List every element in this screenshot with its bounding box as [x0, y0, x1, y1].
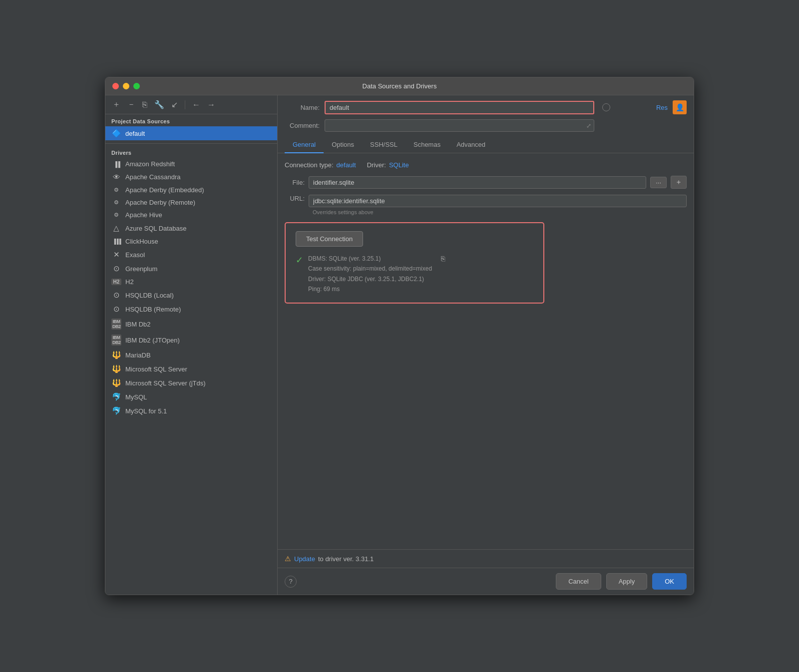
close-button[interactable] [112, 83, 119, 89]
driver-icon: ▐▐ [111, 161, 121, 167]
driver-item-amazon-redshift[interactable]: ▐▐ Amazon Redshift [105, 158, 277, 170]
driver-label: MySQL [125, 393, 147, 401]
import-button[interactable]: ↙ [169, 99, 180, 110]
driver-item-greenplum[interactable]: ⊙ Greenplum [105, 262, 277, 276]
test-case: Case sensitivity: plain=mixed, delimited… [308, 264, 432, 274]
driver-label: MariaDB [125, 351, 151, 359]
left-toolbar: ＋ － ⎘ 🔧 ↙ ← → [105, 95, 277, 114]
driver-item-azure-sql[interactable]: △ Azure SQL Database [105, 221, 277, 235]
url-input[interactable] [309, 195, 687, 207]
update-row: ⚠ Update to driver ver. 3.31.1 [278, 549, 694, 568]
update-link[interactable]: Update [294, 555, 315, 563]
driver-icon: 🔱 [111, 364, 121, 373]
remove-button[interactable]: － [125, 98, 137, 111]
test-connection-button[interactable]: Test Connection [296, 231, 363, 247]
driver-label: Apache Derby (Embedded) [125, 186, 204, 194]
minimize-button[interactable] [123, 83, 129, 89]
driver-value[interactable]: SQLite [389, 161, 409, 169]
left-scroll-area: Project Data Sources 🔷 default Drivers ▐… [105, 114, 277, 595]
datasource-item-default[interactable]: 🔷 default [105, 126, 277, 140]
ok-button[interactable]: OK [652, 573, 687, 590]
driver-item-h2[interactable]: H2 H2 [105, 276, 277, 288]
driver-icon: 🐬 [111, 392, 121, 401]
test-info: DBMS: SQLite (ver. 3.25.1) Case sensitiv… [308, 254, 432, 295]
forward-button[interactable]: → [205, 99, 217, 110]
driver-label: HSQLDB (Remote) [125, 306, 181, 313]
right-panel: Name: Res 👤 Comment: ⤢ General Options S… [278, 95, 694, 595]
driver-label: Exasol [125, 251, 145, 259]
name-label: Name: [285, 104, 320, 111]
url-label: URL: [285, 195, 305, 202]
driver-icon: H2 [111, 279, 121, 285]
tab-schemas[interactable]: Schemas [405, 137, 448, 153]
driver-item-ms-sql-server[interactable]: 🔱 Microsoft SQL Server [105, 362, 277, 376]
left-divider [105, 143, 277, 144]
driver-icon: IBMDB2 [111, 335, 121, 345]
driver-item-apache-derby-remote[interactable]: ⚙ Apache Derby (Remote) [105, 196, 277, 209]
driver-icon: ⚙ [111, 212, 121, 218]
driver-icon: ⊙ [111, 264, 121, 273]
driver-icon: IBMDB2 [111, 319, 121, 330]
tab-options[interactable]: Options [324, 137, 362, 153]
tabs-bar: General Options SSH/SSL Schemas Advanced [278, 137, 694, 153]
override-hint: Overrides settings above [313, 209, 687, 215]
comment-row: Comment: ⤢ [278, 117, 694, 137]
file-input[interactable] [309, 176, 646, 189]
driver-item-ibm-db2-jtopen[interactable]: IBMDB2 IBM Db2 (JTOpen) [105, 332, 277, 348]
cancel-button[interactable]: Cancel [556, 573, 601, 590]
file-add-button[interactable]: ＋ [671, 176, 687, 189]
drivers-label: Drivers [105, 147, 277, 158]
maximize-button[interactable] [133, 83, 140, 89]
name-input[interactable] [325, 101, 594, 114]
apply-button[interactable]: Apply [606, 573, 648, 590]
name-status-indicator [602, 103, 610, 111]
driver-item-apache-hive[interactable]: ⚙ Apache Hive [105, 209, 277, 221]
driver-item-ibm-db2[interactable]: IBMDB2 IBM Db2 [105, 316, 277, 332]
driver-icon: △ [111, 224, 121, 233]
driver-item-ms-sql-jtds[interactable]: 🔱 Microsoft SQL Server (jTds) [105, 376, 277, 390]
project-datasources-label: Project Data Sources [105, 114, 277, 126]
driver-item-mysql[interactable]: 🐬 MySQL [105, 390, 277, 404]
driver-item-hsqldb-local[interactable]: ⊙ HSQLDB (Local) [105, 288, 277, 302]
comment-input[interactable] [325, 119, 594, 132]
file-label: File: [285, 179, 305, 186]
test-connection-box: Test Connection ✓ DBMS: SQLite (ver. 3.2… [285, 222, 544, 304]
driver-item-mariadb[interactable]: 🔱 MariaDB [105, 348, 277, 362]
driver-icon: ⊙ [111, 291, 121, 300]
file-browse-button[interactable]: ··· [650, 177, 667, 188]
copy-icon[interactable]: ⎘ [441, 255, 445, 263]
driver-label: Azure SQL Database [125, 225, 186, 232]
user-avatar: 👤 [673, 100, 687, 114]
expand-icon[interactable]: ⤢ [586, 122, 591, 129]
reset-button[interactable]: Res [656, 104, 668, 111]
driver-icon: 🔱 [111, 350, 121, 359]
copy-button[interactable]: ⎘ [140, 99, 149, 110]
driver-item-hsqldb-remote[interactable]: ⊙ HSQLDB (Remote) [105, 302, 277, 316]
tab-advanced[interactable]: Advanced [448, 137, 493, 153]
driver-item-exasol[interactable]: ✕ Exasol [105, 248, 277, 262]
driver-icon: ✕ [111, 250, 121, 259]
driver-icon: ⚙ [111, 199, 121, 206]
settings-button[interactable]: 🔧 [152, 99, 166, 110]
driver-icon: 🔱 [111, 378, 121, 387]
driver-label: Amazon Redshift [125, 160, 175, 168]
driver-label: IBM Db2 [125, 321, 151, 328]
driver-label: MySQL for 5.1 [125, 407, 167, 415]
test-result-row: ✓ DBMS: SQLite (ver. 3.25.1) Case sensit… [296, 254, 533, 295]
driver-item-mysql-51[interactable]: 🐬 MySQL for 5.1 [105, 404, 277, 418]
driver-item-apache-cassandra[interactable]: 👁 Apache Cassandra [105, 170, 277, 184]
warning-icon: ⚠ [285, 555, 291, 563]
tab-general[interactable]: General [285, 137, 324, 153]
add-button[interactable]: ＋ [110, 98, 122, 111]
dialog-title: Data Sources and Drivers [363, 82, 437, 90]
driver-label: Apache Cassandra [125, 173, 181, 181]
tab-sshssl[interactable]: SSH/SSL [362, 137, 405, 153]
driver-item-clickhouse[interactable]: ▐▐▐ ClickHouse [105, 235, 277, 248]
connection-type-value[interactable]: default [337, 161, 356, 169]
driver-label: IBM Db2 (JTOpen) [125, 336, 180, 344]
back-button[interactable]: ← [190, 99, 202, 110]
help-button[interactable]: ? [285, 576, 297, 588]
url-row: URL: [285, 195, 687, 207]
driver-item-apache-derby-embedded[interactable]: ⚙ Apache Derby (Embedded) [105, 184, 277, 196]
connection-type-label: Connection type: [285, 161, 334, 169]
